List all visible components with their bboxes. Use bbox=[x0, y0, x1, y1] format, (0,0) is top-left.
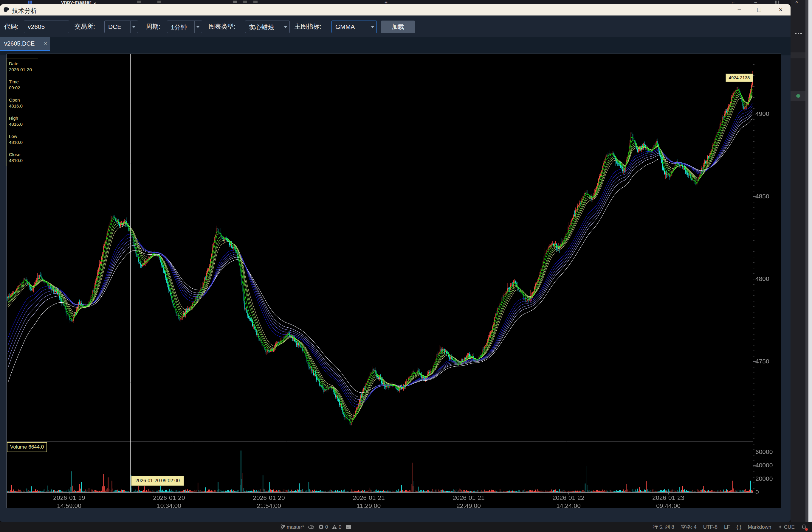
info-value: 2026-01-20 bbox=[9, 67, 38, 73]
close-icon: × bbox=[795, 0, 798, 4]
info-label: Low bbox=[9, 133, 38, 139]
branch-name: master* bbox=[287, 524, 304, 530]
git-branch-item[interactable]: master* bbox=[280, 522, 304, 532]
info-value: 09:02 bbox=[9, 85, 38, 91]
time-axis-date-label: 2026-01-21 bbox=[345, 494, 393, 501]
sync-cloud-icon bbox=[308, 524, 314, 529]
crosshair-time-label: 2026-01-20 09:02:00 bbox=[131, 476, 184, 486]
price-axis-tick-label: 4850 bbox=[755, 193, 782, 200]
ohlc-info-box: Date2026-01-20Time09:02Open4816.0High481… bbox=[6, 58, 38, 166]
price-axis-tick-label: 4800 bbox=[755, 275, 782, 282]
scrollbar[interactable] bbox=[806, 0, 809, 532]
problems-item[interactable]: 0 0 bbox=[318, 522, 341, 532]
git-branch-icon bbox=[280, 524, 285, 530]
info-label: Date bbox=[9, 61, 38, 67]
time-axis-date-label: 2026-01-20 bbox=[245, 494, 293, 501]
time-axis-time-label: 22:49:00 bbox=[445, 503, 492, 509]
encoding[interactable]: UTF-8 bbox=[703, 522, 717, 532]
price-axis-tick-label: 4900 bbox=[755, 110, 782, 117]
time-axis-date-label: 2026-01-23 bbox=[644, 494, 692, 501]
status-dot bbox=[796, 94, 800, 98]
time-axis-time-label: 14:24:00 bbox=[545, 503, 592, 509]
time-axis-time-label: 14:59:00 bbox=[45, 503, 93, 509]
volume-axis-tick-label: 20000 bbox=[755, 475, 782, 482]
cue-item[interactable]: CUE bbox=[778, 522, 795, 532]
volume-axis-tick-label: 0 bbox=[755, 488, 782, 496]
error-count: 0 bbox=[325, 524, 328, 530]
info-label: High bbox=[9, 115, 38, 121]
info-label: Time bbox=[9, 79, 38, 85]
time-axis-date-label: 2026-01-22 bbox=[545, 494, 592, 501]
info-label: Close bbox=[9, 152, 38, 158]
price-axis-tick-label: 4750 bbox=[755, 358, 782, 365]
volume-axis-tick-label: 40000 bbox=[755, 462, 782, 469]
more-icon[interactable] bbox=[800, 33, 802, 34]
info-value: 4816.0 bbox=[9, 121, 38, 127]
warning-icon bbox=[332, 524, 337, 530]
cue-icon bbox=[778, 524, 783, 529]
chart-canvas[interactable] bbox=[0, 0, 812, 532]
cue-label: CUE bbox=[784, 524, 795, 530]
volume-axis-tick-label: 60000 bbox=[755, 448, 782, 456]
info-value: 4816.0 bbox=[9, 103, 38, 109]
background-vscode-edge: × bbox=[791, 0, 812, 532]
cursor-position[interactable]: 行 5, 列 8 bbox=[653, 522, 674, 532]
time-axis-time-label: 11:29:00 bbox=[345, 503, 393, 509]
time-axis-date-label: 2026-01-19 bbox=[45, 494, 93, 501]
language-mode[interactable]: Markdown bbox=[748, 522, 771, 532]
time-axis-date-label: 2026-01-20 bbox=[145, 494, 193, 501]
background-fragment bbox=[791, 53, 806, 58]
warning-count: 0 bbox=[339, 524, 341, 530]
status-bar: master* 0 0 行 5 bbox=[0, 522, 812, 532]
indentation[interactable]: 空格: 4 bbox=[681, 522, 697, 532]
info-label: Open bbox=[9, 97, 38, 103]
window-icon bbox=[346, 524, 351, 529]
time-axis-time-label: 21:54:00 bbox=[245, 503, 293, 509]
braces-indicator[interactable]: { } bbox=[737, 522, 741, 532]
notifications-item[interactable] bbox=[801, 522, 807, 532]
info-value: 4810.0 bbox=[9, 139, 38, 145]
notification-badge bbox=[805, 528, 808, 531]
error-icon bbox=[318, 524, 324, 530]
editor-edge bbox=[809, 0, 812, 532]
volume-label: Volume 6644.0 bbox=[7, 442, 47, 452]
eol-sequence[interactable]: LF bbox=[724, 522, 730, 532]
sync-item[interactable] bbox=[308, 522, 314, 532]
time-axis-date-label: 2026-01-21 bbox=[445, 494, 492, 501]
crosshair-price-label: 4924.2138 bbox=[726, 74, 753, 82]
time-axis-time-label: 10:34:00 bbox=[145, 503, 193, 509]
feedback-item[interactable] bbox=[346, 522, 351, 532]
more-icon[interactable] bbox=[795, 33, 797, 34]
info-value: 4810.0 bbox=[9, 158, 38, 164]
more-icon[interactable] bbox=[798, 33, 799, 34]
time-axis-time-label: 09:44:00 bbox=[644, 503, 692, 509]
